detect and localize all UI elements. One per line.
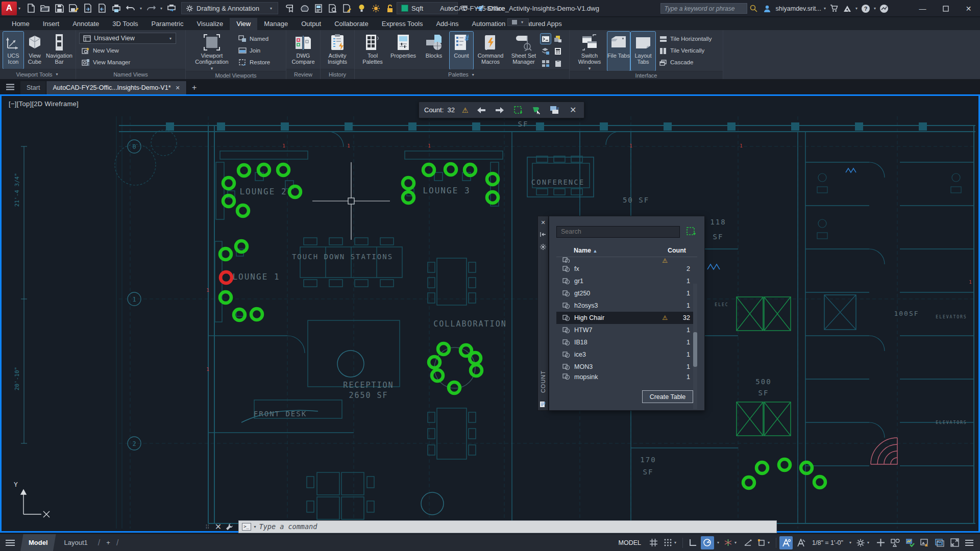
command-line-toggle[interactable]: [541, 34, 551, 44]
palette-scrollbar[interactable]: [693, 284, 697, 409]
customization-button[interactable]: [963, 536, 976, 549]
macro-manager-button[interactable]: [541, 58, 551, 68]
sun-toggle[interactable]: [369, 2, 382, 15]
dwg-compare-button[interactable]: DWG Compare: [289, 32, 317, 69]
command-input[interactable]: >_ ▾ Type a command: [238, 520, 777, 533]
drawing-canvas[interactable]: Y SFLOUNGE 2LOUNGE 3CONFERENCE50 SF118SF…: [0, 94, 980, 533]
user-avatar-icon[interactable]: [761, 2, 774, 15]
count-list-row[interactable]: HTW7⚠1: [556, 324, 697, 336]
count-list-row[interactable]: gr1⚠1: [556, 275, 697, 287]
count-list-row[interactable]: IB18⚠1: [556, 336, 697, 348]
command-macros-button[interactable]: Command Macros: [474, 32, 507, 69]
import-button[interactable]: [95, 2, 109, 15]
ucs-icon-button[interactable]: UCS Icon: [3, 32, 23, 69]
lock-toggle[interactable]: [383, 2, 397, 15]
file-tab-start[interactable]: Start: [20, 81, 46, 94]
app-menu-caret-icon[interactable]: ▾: [18, 6, 20, 11]
ribbon-tab-home[interactable]: Home: [5, 18, 36, 30]
navigation-bar-button[interactable]: Navigation Bar: [46, 32, 72, 69]
layout-tabs-toggle[interactable]: Layout Tabs: [631, 32, 655, 71]
redo-button[interactable]: [144, 2, 158, 15]
count-list-header[interactable]: Name ▲ Count: [556, 244, 697, 257]
count-button[interactable]: # Count: [450, 32, 473, 69]
undo-caret-icon[interactable]: ▾: [140, 6, 142, 11]
export-button[interactable]: [81, 2, 94, 15]
ribbon-tab-3d-tools[interactable]: 3D Tools: [106, 18, 144, 30]
tile-horizontally-button[interactable]: Tile Horizontally: [656, 34, 717, 44]
cascade-button[interactable]: Cascade: [656, 57, 717, 67]
zoom-to-selection-button[interactable]: [512, 105, 524, 116]
sheet-set-manager-button[interactable]: Sheet Set Manager: [508, 32, 540, 69]
tool-palettes-button[interactable]: Tool Palettes: [358, 32, 387, 69]
view-cube-button[interactable]: View Cube: [24, 32, 45, 69]
command-caret-icon[interactable]: ▾: [254, 524, 256, 529]
help-button[interactable]: ?: [859, 2, 872, 15]
workspace-switching-button[interactable]: ▾: [854, 536, 872, 549]
view-dropdown[interactable]: Unsaved View ▾: [79, 33, 176, 44]
ortho-mode-toggle[interactable]: [686, 536, 699, 549]
new-drawing-tab-button[interactable]: +: [187, 81, 202, 94]
maximize-button[interactable]: [934, 0, 957, 17]
username-label[interactable]: shiyamdev.srit...: [776, 5, 821, 12]
design-feed-button[interactable]: [553, 34, 563, 44]
switch-windows-button[interactable]: Switch Windows: [573, 32, 606, 71]
lightbulb-toggle[interactable]: [355, 2, 368, 15]
health-dashboard-icon[interactable]: [877, 2, 891, 15]
new-file-button[interactable]: [24, 2, 37, 15]
workspace-selector[interactable]: Drafting & Annotation ▾: [181, 2, 278, 14]
count-list-row[interactable]: ⚠: [556, 257, 697, 263]
panel-label-palettes[interactable]: Palettes▾: [355, 69, 569, 79]
previous-instance-button[interactable]: [476, 105, 487, 116]
layer-states-button[interactable]: [541, 46, 551, 56]
user-caret-icon[interactable]: ▾: [824, 6, 826, 11]
polar-tracking-toggle[interactable]: [701, 536, 714, 549]
file-tabs-toggle[interactable]: File Tabs: [607, 32, 630, 71]
undo-button[interactable]: [124, 2, 137, 15]
view-manager-button[interactable]: View Manager: [79, 57, 182, 67]
ribbon-tab-add-ins[interactable]: Add-ins: [429, 18, 465, 30]
ribbon-tab-output[interactable]: Output: [295, 18, 328, 30]
ribbon-options-button[interactable]: ▾: [507, 18, 529, 26]
insert-count-field-button[interactable]: #: [549, 105, 560, 116]
model-tab[interactable]: Model: [20, 534, 56, 551]
clean-screen-button[interactable]: [933, 536, 946, 549]
palette-close-icon[interactable]: ✕: [541, 219, 545, 227]
scale-caret-icon[interactable]: ▾: [849, 540, 851, 545]
batch-plot-button[interactable]: [165, 2, 178, 15]
ribbon-tab-automation[interactable]: Automation: [465, 18, 512, 30]
isolate-objects-button[interactable]: [889, 536, 902, 549]
application-menu-button[interactable]: A: [2, 2, 17, 15]
open-file-button[interactable]: [38, 2, 52, 15]
model-space-toggle[interactable]: MODEL: [614, 536, 646, 549]
display-settings-button[interactable]: [312, 2, 325, 15]
count-list-row[interactable]: MON3⚠1: [556, 361, 697, 373]
autoscale-toggle[interactable]: [794, 536, 807, 549]
command-close-icon[interactable]: ✕: [213, 521, 224, 532]
ribbon-tab-view[interactable]: View: [230, 18, 257, 30]
grid-display-toggle[interactable]: [647, 536, 660, 549]
count-warning-icon[interactable]: ⚠: [462, 106, 469, 114]
ribbon-tab-insert[interactable]: Insert: [36, 18, 66, 30]
file-tab-close-icon[interactable]: ✕: [176, 85, 180, 91]
palette-autohide-icon[interactable]: [540, 232, 546, 239]
properties-button[interactable]: Properties: [388, 32, 418, 69]
sheet-roll-button[interactable]: [283, 2, 297, 15]
app-store-cart-button[interactable]: [827, 2, 841, 15]
edit-settings-button[interactable]: [340, 2, 354, 15]
ribbon-tab-visualize[interactable]: Visualize: [190, 18, 230, 30]
count-list-row[interactable]: High Chair⚠32: [556, 312, 697, 324]
save-button[interactable]: [53, 2, 66, 15]
new-view-button[interactable]: New View: [79, 45, 182, 56]
snap-mode-toggle[interactable]: ▾: [662, 536, 679, 549]
create-table-button[interactable]: Create Table: [642, 390, 693, 403]
count-list-row[interactable]: h2osys3⚠1: [556, 299, 697, 312]
named-viewports-button[interactable]: Named: [236, 34, 272, 44]
clipboard-button[interactable]: [553, 58, 563, 68]
command-grip-handle[interactable]: ⁞⁞: [206, 524, 210, 530]
ribbon-tab-parametric[interactable]: Parametric: [145, 18, 190, 30]
palette-properties-icon[interactable]: [540, 244, 546, 251]
ribbon-tab-collaborate[interactable]: Collaborate: [328, 18, 375, 30]
panel-label-viewport-tools[interactable]: Viewport Tools▾: [0, 69, 76, 79]
join-viewports-button[interactable]: Join: [236, 45, 272, 56]
viewport-configuration-button[interactable]: Viewport Configuration: [189, 32, 235, 71]
